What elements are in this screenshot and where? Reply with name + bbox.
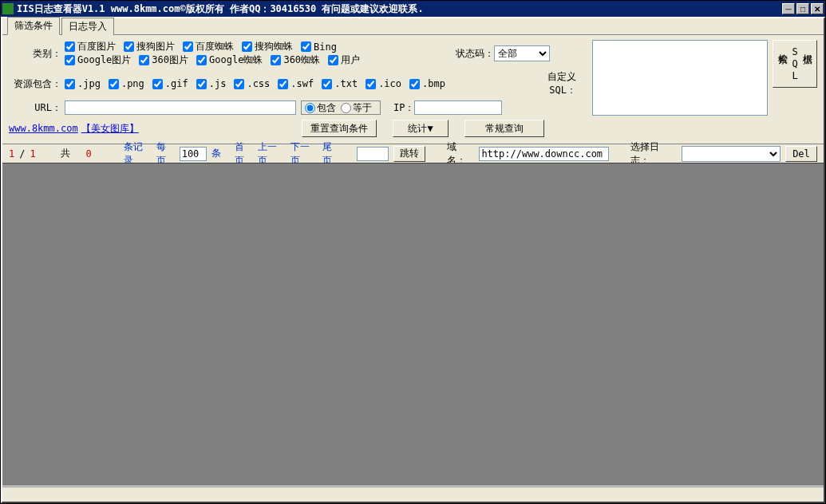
resource-checkbox-0[interactable]: .jpg [65, 78, 101, 89]
status-select[interactable]: 全部 [494, 45, 550, 61]
sql-textarea[interactable] [592, 40, 768, 116]
jump-button[interactable]: 跳转 [393, 146, 425, 162]
category-checkbox-1[interactable]: 360图片 [139, 53, 188, 67]
query-button[interactable]: 常规查询 [464, 120, 544, 137]
page-total: 1 [30, 148, 35, 159]
label-category: 类别： [9, 47, 61, 61]
record-count: 0 [85, 148, 91, 159]
link-site[interactable]: www.8kmm.com [9, 123, 78, 134]
resource-checkbox-2[interactable]: .gif [152, 78, 188, 89]
category-checkbox-4[interactable]: Bing [301, 40, 337, 53]
resource-checkbox-3[interactable]: .js [196, 78, 227, 89]
category-checkbox-0[interactable]: 百度图片 [65, 40, 116, 53]
tabstrip: 筛选条件 日志导入 [2, 18, 824, 34]
app-window: IIS日志查看器V1.1 www.8kmm.com©版权所有 作者QQ：3041… [0, 0, 826, 504]
resource-checkbox-6[interactable]: .txt [322, 78, 358, 89]
app-icon [2, 3, 14, 14]
link-gallery[interactable]: 【美女图库】 [81, 122, 139, 136]
domain-input[interactable] [479, 147, 609, 161]
tab-import[interactable]: 日志导入 [61, 18, 114, 35]
label-ip: IP： [393, 101, 414, 115]
ip-input[interactable] [414, 100, 502, 115]
category-checkbox-3[interactable]: 搜狗蜘蛛 [242, 40, 293, 53]
result-grid [2, 163, 824, 486]
category-checkbox-3[interactable]: 360蜘蛛 [271, 53, 320, 67]
category-checkbox-4[interactable]: 用户 [328, 53, 360, 67]
label-resource: 资源包含： [9, 77, 61, 91]
sql-search-button[interactable]: 根据SQL检索 [773, 40, 817, 88]
radio-equal[interactable]: 等于 [341, 101, 372, 115]
label-customsql: 自定义 SQL： [547, 70, 576, 97]
log-select[interactable] [682, 146, 781, 162]
del-button[interactable]: Del [785, 146, 817, 162]
radio-contain[interactable]: 包含 [305, 101, 336, 115]
resource-checkbox-5[interactable]: .swf [278, 78, 314, 89]
reset-button[interactable]: 重置查询条件 [302, 120, 377, 137]
resource-checkbox-1[interactable]: .png [109, 78, 144, 89]
minimize-button[interactable]: ─ [782, 3, 795, 14]
stats-button[interactable]: 统计▼ [393, 120, 449, 137]
filter-panel: 类别： 百度图片搜狗图片百度蜘蛛搜狗蜘蛛Bing Google图片360图片Go… [2, 34, 824, 144]
titlebar: IIS日志查看器V1.1 www.8kmm.com©版权所有 作者QQ：3041… [1, 1, 825, 17]
statusbar [2, 486, 824, 502]
client-area: 筛选条件 日志导入 类别： 百度图片搜狗图片百度蜘蛛搜狗蜘蛛Bing Googl… [1, 17, 825, 503]
resource-checkbox-8[interactable]: .bmp [409, 78, 445, 89]
jump-input[interactable] [357, 147, 389, 161]
match-mode: 包含 等于 [301, 100, 381, 115]
pager-bar: 1 / 1 共 0 条记录 每页 条 首页 上一页 下一页 尾页 跳转 域名： … [2, 144, 824, 163]
label-url: URL： [9, 101, 61, 115]
category-checkbox-1[interactable]: 搜狗图片 [124, 40, 175, 53]
maximize-button[interactable]: □ [796, 3, 809, 14]
tab-filter[interactable]: 筛选条件 [7, 17, 60, 35]
category-checkbox-2[interactable]: Google蜘蛛 [196, 53, 263, 67]
category-checkbox-0[interactable]: Google图片 [65, 53, 131, 67]
category-checkbox-2[interactable]: 百度蜘蛛 [183, 40, 234, 53]
page-current: 1 [9, 148, 14, 159]
title-text: IIS日志查看器V1.1 www.8kmm.com©版权所有 作者QQ：3041… [17, 2, 424, 16]
resource-checkbox-4[interactable]: .css [234, 78, 270, 89]
resource-checkbox-7[interactable]: .ico [366, 78, 401, 89]
pagesize-input[interactable] [180, 147, 207, 161]
close-button[interactable]: ✕ [811, 3, 824, 14]
label-status: 状态码： [456, 47, 494, 61]
url-input[interactable] [65, 100, 296, 115]
